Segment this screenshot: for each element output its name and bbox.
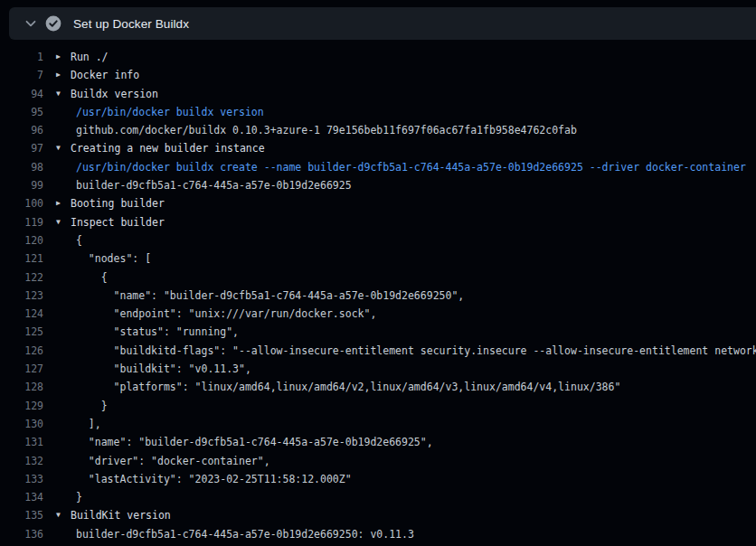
marker-spacer	[43, 397, 76, 415]
log-group-row[interactable]: 135▼BuildKit version	[0, 506, 756, 524]
output-text: builder-d9cfb5a1-c764-445a-a57e-0b19d2e6…	[76, 525, 756, 543]
line-number[interactable]: 129	[0, 397, 43, 415]
triangle-collapsed-icon[interactable]: ▶	[43, 194, 71, 212]
log-line: 125 "status": "running",	[0, 323, 756, 341]
log-line: 127 "buildkit": "v0.11.3",	[0, 360, 756, 378]
marker-spacer	[43, 525, 76, 543]
line-number[interactable]: 95	[0, 103, 43, 121]
group-title[interactable]: Inspect builder	[71, 213, 756, 231]
log-group-row[interactable]: 7▶Docker info	[0, 66, 756, 84]
output-text: github.com/docker/buildx 0.10.3+azure-1 …	[76, 121, 756, 139]
log-group-row[interactable]: 94▼Buildx version	[0, 85, 756, 103]
line-number[interactable]: 1	[0, 48, 43, 66]
marker-spacer	[43, 360, 76, 378]
log-group-row[interactable]: 119▼Inspect builder	[0, 213, 756, 231]
log-line: 130 ],	[0, 415, 756, 433]
command-text: /usr/bin/docker buildx create --name bui…	[76, 158, 756, 176]
log-line: 98/usr/bin/docker buildx create --name b…	[0, 158, 756, 176]
log-group-row[interactable]: 100▶Booting builder	[0, 194, 756, 212]
line-number[interactable]: 136	[0, 525, 43, 543]
line-number[interactable]: 128	[0, 378, 43, 396]
marker-spacer	[43, 268, 76, 287]
marker-spacer	[43, 305, 76, 323]
log-line: 131 "name": "builder-d9cfb5a1-c764-445a-…	[0, 433, 756, 451]
log-line: 129 }	[0, 397, 756, 415]
line-number[interactable]: 96	[0, 121, 43, 139]
output-text: "buildkit": "v0.11.3",	[76, 360, 756, 378]
marker-spacer	[43, 176, 76, 194]
triangle-expanded-icon[interactable]: ▼	[43, 139, 71, 157]
triangle-expanded-icon[interactable]: ▼	[43, 506, 71, 524]
line-number[interactable]: 131	[0, 433, 43, 451]
output-text: {	[76, 268, 756, 287]
group-title[interactable]: Buildx version	[71, 85, 756, 103]
output-text: "nodes": [	[76, 249, 756, 268]
line-number[interactable]: 132	[0, 452, 43, 470]
log-line: 128 "platforms": "linux/amd64,linux/amd6…	[0, 378, 756, 396]
step-title: Set up Docker Buildx	[73, 17, 189, 31]
line-number[interactable]: 130	[0, 415, 43, 433]
line-number[interactable]: 119	[0, 213, 43, 231]
output-text: ],	[76, 415, 756, 433]
log-group-row[interactable]: 97▼Creating a new builder instance	[0, 139, 756, 157]
marker-spacer	[43, 488, 76, 506]
log-line: 124 "endpoint": "unix:///var/run/docker.…	[0, 305, 756, 323]
triangle-collapsed-icon[interactable]: ▶	[43, 48, 71, 66]
group-title[interactable]: Docker info	[71, 66, 756, 84]
line-number[interactable]: 124	[0, 305, 43, 323]
marker-spacer	[43, 287, 76, 305]
line-number[interactable]: 7	[0, 66, 43, 84]
log-line: 95/usr/bin/docker buildx version	[0, 103, 756, 121]
line-number[interactable]: 122	[0, 268, 43, 287]
log-line: 123 "name": "builder-d9cfb5a1-c764-445a-…	[0, 287, 756, 305]
marker-spacer	[43, 158, 76, 176]
line-number[interactable]: 97	[0, 139, 43, 157]
output-text: "endpoint": "unix:///var/run/docker.sock…	[76, 305, 756, 323]
line-number[interactable]: 127	[0, 360, 43, 378]
line-number[interactable]: 120	[0, 231, 43, 249]
chevron-down-icon[interactable]	[24, 16, 38, 31]
output-text: {	[76, 231, 756, 249]
triangle-collapsed-icon[interactable]: ▶	[43, 66, 71, 84]
line-number[interactable]: 125	[0, 323, 43, 341]
line-number[interactable]: 123	[0, 287, 43, 305]
line-number[interactable]: 135	[0, 506, 43, 524]
line-number[interactable]: 99	[0, 176, 43, 194]
line-number[interactable]: 134	[0, 488, 43, 506]
triangle-expanded-icon[interactable]: ▼	[43, 85, 71, 103]
marker-spacer	[43, 103, 76, 121]
group-title[interactable]: Run ./	[71, 48, 756, 66]
log-line: 99builder-d9cfb5a1-c764-445a-a57e-0b19d2…	[0, 176, 756, 194]
log-group-row[interactable]: 1▶Run ./	[0, 48, 756, 66]
step-header[interactable]: Set up Docker Buildx	[9, 7, 756, 40]
line-number[interactable]: 94	[0, 85, 43, 103]
line-number[interactable]: 98	[0, 158, 43, 176]
log-line: 126 "buildkitd-flags": "--allow-insecure…	[0, 342, 756, 360]
marker-spacer	[43, 433, 76, 451]
triangle-expanded-icon[interactable]: ▼	[43, 213, 71, 231]
marker-spacer	[43, 342, 76, 360]
line-number[interactable]: 100	[0, 194, 43, 212]
group-title[interactable]: BuildKit version	[71, 506, 756, 524]
line-number[interactable]: 133	[0, 470, 43, 488]
log-line: 120{	[0, 231, 756, 249]
marker-spacer	[43, 415, 76, 433]
output-text: "platforms": "linux/amd64,linux/amd64/v2…	[76, 378, 756, 396]
output-text: "status": "running",	[76, 323, 756, 341]
check-circle-icon	[45, 15, 61, 32]
group-title[interactable]: Booting builder	[71, 194, 756, 212]
log-line: 136builder-d9cfb5a1-c764-445a-a57e-0b19d…	[0, 525, 756, 543]
line-number[interactable]: 126	[0, 342, 43, 360]
output-text: "lastActivity": "2023-02-25T11:58:12.000…	[76, 470, 756, 488]
log-line: 134}	[0, 488, 756, 506]
output-text: }	[76, 397, 756, 415]
marker-spacer	[43, 121, 76, 139]
group-title[interactable]: Creating a new builder instance	[71, 139, 756, 157]
marker-spacer	[43, 323, 76, 341]
output-text: builder-d9cfb5a1-c764-445a-a57e-0b19d2e6…	[76, 176, 756, 194]
log-line: 121 "nodes": [	[0, 249, 756, 268]
line-number[interactable]: 121	[0, 249, 43, 268]
marker-spacer	[43, 470, 76, 488]
command-text: /usr/bin/docker buildx version	[76, 103, 756, 121]
log-line: 96github.com/docker/buildx 0.10.3+azure-…	[0, 121, 756, 139]
